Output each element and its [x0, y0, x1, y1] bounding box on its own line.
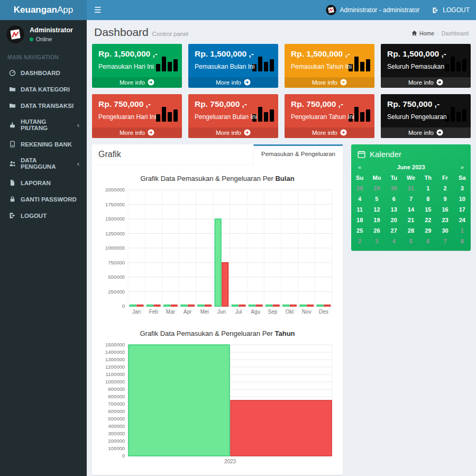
chevron-left-icon: ‹ — [77, 121, 81, 129]
calendar-day-cell[interactable]: 23 — [436, 215, 453, 225]
more-info-link[interactable]: More info — [381, 127, 471, 138]
calendar-day-cell[interactable]: 17 — [454, 204, 471, 215]
calendar-day-cell[interactable]: 29 — [419, 225, 436, 236]
home-icon — [411, 30, 417, 36]
sidebar-item-rekening-bank[interactable]: REKENING BANK — [0, 136, 87, 152]
calendar-day-cell[interactable]: 2 — [436, 183, 453, 194]
tab-pemasukan-pengeluaran[interactable]: Pemasukan & Pengeluaran — [253, 144, 343, 165]
sidebar-item-data-kategori[interactable]: DATA KATEGORI — [0, 81, 87, 97]
calendar-day-cell[interactable]: 4 — [386, 236, 402, 246]
sidebar-item-hutang-piutang[interactable]: HUTANG PIUTANG ‹ — [0, 114, 87, 136]
svg-text:500000: 500000 — [108, 416, 125, 422]
breadcrumb: Home › Dashboard — [411, 30, 469, 36]
kalender-panel-title: Kalender — [370, 150, 401, 159]
info-box-value: Rp. 750,000 ,- — [195, 99, 272, 109]
calendar-day-cell[interactable]: 6 — [386, 194, 402, 204]
calendar-day-cell[interactable]: 10 — [454, 194, 471, 204]
grafik-panel-header: Grafik Pemasukan & Pengeluaran — [92, 144, 343, 165]
calendar-day-cell[interactable]: 8 — [454, 236, 471, 246]
calendar-day-cell[interactable]: 6 — [419, 236, 436, 246]
more-info-link[interactable]: More info — [92, 77, 182, 88]
breadcrumb-home-link[interactable]: Home — [411, 30, 434, 36]
more-info-link[interactable]: More info — [188, 127, 278, 138]
calendar-prev-button[interactable]: « — [351, 162, 368, 172]
calendar-day-cell[interactable]: 1 — [419, 183, 436, 194]
calendar-day-cell[interactable]: 12 — [368, 204, 385, 215]
lock-icon — [9, 196, 16, 203]
svg-text:1250000: 1250000 — [105, 231, 125, 236]
calendar-next-button[interactable]: » — [454, 162, 471, 172]
monthly-chart-title: Grafik Data Pemasukan & Pengeluaran Per … — [97, 175, 337, 182]
calendar-day-cell[interactable]: 15 — [419, 204, 436, 215]
app-window: KeuanganApp ☰ Administrator - administra… — [0, 0, 476, 476]
calendar-day-cell[interactable]: 1 — [454, 225, 471, 236]
calendar-day-cell[interactable]: 8 — [419, 194, 436, 204]
calendar-day-cell[interactable]: 28 — [351, 183, 368, 194]
navbar-right: Administrator - administrator LOGOUT — [319, 0, 476, 20]
sidebar-user-panel: Administrator Online — [0, 20, 87, 50]
calendar-day-cell[interactable]: 14 — [402, 204, 419, 215]
calendar-day-cell[interactable]: 5 — [402, 236, 419, 246]
svg-text:2000000: 2000000 — [105, 187, 125, 193]
sidebar-item-data-pengguna[interactable]: DATA PENGGUNA ‹ — [0, 152, 87, 175]
sidebar-item-logout[interactable]: LOGOUT — [0, 207, 87, 224]
calendar-day-cell[interactable]: 22 — [419, 215, 436, 225]
sidebar-toggle-button[interactable]: ☰ — [87, 0, 108, 20]
info-box-value: Rp. 1,500,000 ,- — [291, 49, 368, 59]
calendar-day-cell[interactable]: 4 — [351, 194, 368, 204]
calendar-day-cell[interactable]: 7 — [436, 236, 453, 246]
breadcrumb-separator: › — [437, 30, 439, 36]
more-info-link[interactable]: More info — [381, 77, 471, 88]
calendar-day-cell[interactable]: 11 — [351, 204, 368, 215]
brand-text-light: App — [57, 5, 73, 15]
calendar-day-cell[interactable]: 31 — [402, 183, 419, 194]
sidebar-item-data-transaksi[interactable]: DATA TRANSAKSI — [0, 97, 87, 114]
calendar-day-cell[interactable]: 13 — [386, 204, 402, 215]
calendar-day-cell[interactable]: 30 — [386, 183, 402, 194]
info-box: Rp. 750,000 ,-Pengeluaran Tahun IniMore … — [285, 94, 374, 138]
sidebar-section-header: MAIN NAVIGATION — [0, 50, 87, 65]
navbar-logout-button[interactable]: LOGOUT — [426, 0, 476, 20]
more-info-link[interactable]: More info — [285, 127, 374, 138]
info-box-row-pemasukan: Rp. 1,500,000 ,-Pemasukan Hari IniMore i… — [92, 44, 471, 88]
svg-text:0: 0 — [122, 303, 125, 309]
calendar-day-cell[interactable]: 30 — [436, 225, 453, 236]
info-box-row-pengeluaran: Rp. 750,000 ,-Pengeluaran Hari IniMore i… — [92, 94, 471, 138]
calendar-day-cell[interactable]: 3 — [368, 236, 385, 246]
navbar-user-menu[interactable]: Administrator - administrator — [319, 0, 426, 20]
calendar-day-cell[interactable]: 19 — [368, 215, 385, 225]
calendar-day-cell[interactable]: 9 — [436, 194, 453, 204]
sidebar-item-ganti-password[interactable]: GANTI PASSWORD — [0, 191, 87, 207]
calendar-day-cell[interactable]: 21 — [402, 215, 419, 225]
calendar-day-cell[interactable]: 2 — [351, 236, 368, 246]
calendar-day-name: We — [402, 172, 419, 183]
calendar-day-cell[interactable]: 3 — [454, 183, 471, 194]
more-info-link[interactable]: More info — [188, 77, 278, 88]
sidebar-item-laporan[interactable]: LAPORAN — [0, 175, 87, 191]
calendar-day-cell[interactable]: 28 — [402, 225, 419, 236]
svg-text:2023: 2023 — [224, 459, 236, 464]
circle-arrow-right-icon — [436, 79, 443, 86]
svg-text:900000: 900000 — [108, 386, 125, 392]
calendar-day-cell[interactable]: 25 — [351, 225, 368, 236]
calendar-day-cell[interactable]: 26 — [368, 225, 385, 236]
brand-logo[interactable]: KeuanganApp — [0, 0, 87, 20]
more-info-link[interactable]: More info — [92, 127, 182, 138]
svg-text:Okt: Okt — [286, 309, 294, 315]
calendar-day-cell[interactable]: 24 — [454, 215, 471, 225]
more-info-link[interactable]: More info — [285, 77, 374, 88]
calendar-day-cell[interactable]: 20 — [386, 215, 402, 225]
svg-text:Feb: Feb — [149, 309, 159, 315]
circle-arrow-right-icon — [436, 129, 443, 136]
calendar-day-cell[interactable]: 27 — [386, 225, 402, 236]
info-box-value: Rp. 1,500,000 ,- — [98, 49, 176, 59]
calendar-day-cell[interactable]: 7 — [402, 194, 419, 204]
circle-arrow-right-icon — [244, 129, 251, 136]
calendar-day-cell[interactable]: 16 — [436, 204, 453, 215]
calendar-day-cell[interactable]: 29 — [368, 183, 385, 194]
circle-arrow-right-icon — [148, 79, 154, 86]
calendar-day-cell[interactable]: 5 — [368, 194, 385, 204]
calendar-day-cell[interactable]: 18 — [351, 215, 368, 225]
info-box: Rp. 1,500,000 ,-Pemasukan Hari IniMore i… — [92, 44, 182, 88]
sidebar-item-dashboard[interactable]: DASHBOARD — [0, 65, 87, 81]
